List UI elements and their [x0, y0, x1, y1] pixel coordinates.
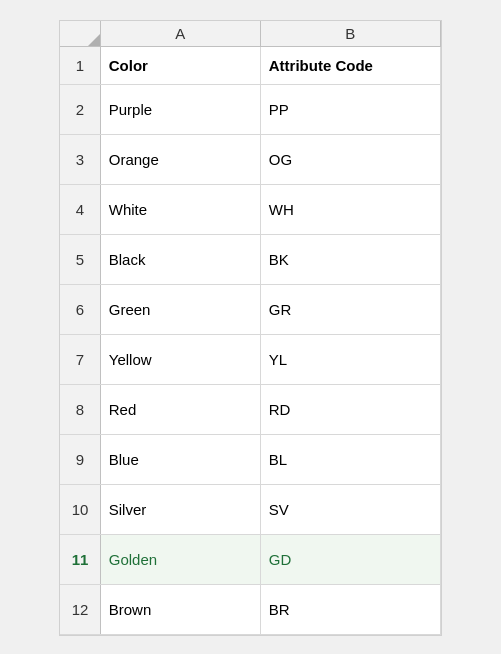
- row-header-9[interactable]: 9: [60, 434, 100, 484]
- cell-3-a[interactable]: Orange: [100, 134, 260, 184]
- cell-11-a[interactable]: Golden: [100, 534, 260, 584]
- row-header-11[interactable]: 11: [60, 534, 100, 584]
- row-header-6[interactable]: 6: [60, 284, 100, 334]
- cell-8-a[interactable]: Red: [100, 384, 260, 434]
- row-header-1[interactable]: 1: [60, 46, 100, 84]
- row-header-5[interactable]: 5: [60, 234, 100, 284]
- cell-3-b[interactable]: OG: [260, 134, 440, 184]
- row-header-4[interactable]: 4: [60, 184, 100, 234]
- row-header-10[interactable]: 10: [60, 484, 100, 534]
- cell-12-b[interactable]: BR: [260, 584, 440, 634]
- corner-cell: [60, 21, 100, 46]
- cell-1-a[interactable]: Color: [100, 46, 260, 84]
- cell-10-a[interactable]: Silver: [100, 484, 260, 534]
- cell-8-b[interactable]: RD: [260, 384, 440, 434]
- cell-11-b[interactable]: GD: [260, 534, 440, 584]
- cell-6-b[interactable]: GR: [260, 284, 440, 334]
- column-header-b[interactable]: B: [260, 21, 440, 46]
- cell-9-a[interactable]: Blue: [100, 434, 260, 484]
- cell-9-b[interactable]: BL: [260, 434, 440, 484]
- column-header-a[interactable]: A: [100, 21, 260, 46]
- cell-5-a[interactable]: Black: [100, 234, 260, 284]
- row-header-8[interactable]: 8: [60, 384, 100, 434]
- cell-7-b[interactable]: YL: [260, 334, 440, 384]
- cell-2-b[interactable]: PP: [260, 84, 440, 134]
- row-header-2[interactable]: 2: [60, 84, 100, 134]
- row-header-7[interactable]: 7: [60, 334, 100, 384]
- cell-12-a[interactable]: Brown: [100, 584, 260, 634]
- row-header-3[interactable]: 3: [60, 134, 100, 184]
- spreadsheet: A B 1ColorAttribute Code2PurplePP3Orange…: [59, 20, 442, 636]
- cell-5-b[interactable]: BK: [260, 234, 440, 284]
- cell-6-a[interactable]: Green: [100, 284, 260, 334]
- cell-4-a[interactable]: White: [100, 184, 260, 234]
- row-header-12[interactable]: 12: [60, 584, 100, 634]
- cell-4-b[interactable]: WH: [260, 184, 440, 234]
- cell-2-a[interactable]: Purple: [100, 84, 260, 134]
- cell-10-b[interactable]: SV: [260, 484, 440, 534]
- cell-1-b[interactable]: Attribute Code: [260, 46, 440, 84]
- cell-7-a[interactable]: Yellow: [100, 334, 260, 384]
